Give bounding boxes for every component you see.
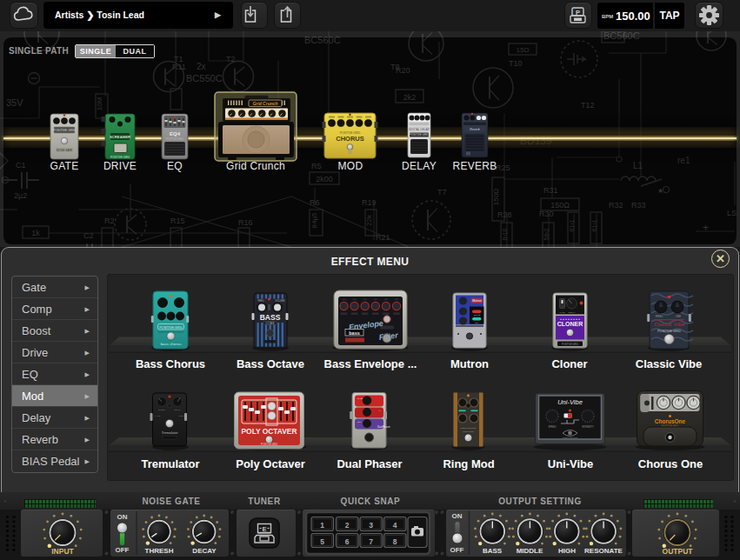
svg-text:R15: R15	[170, 217, 185, 225]
svg-text:△△: △△	[353, 298, 357, 301]
svg-text:SOFT: SOFT	[179, 415, 185, 417]
svg-text:58³2: 58³2	[543, 228, 550, 240]
svg-text:2x: 2x	[197, 62, 206, 71]
svg-text:+: +	[703, 222, 709, 234]
svg-text:SPEED: SPEED	[656, 315, 663, 318]
svg-text:E: E	[262, 525, 266, 533]
svg-text:6³10: 6³10	[502, 228, 508, 240]
svg-text:DEPTH: DEPTH	[568, 311, 575, 314]
svg-text:35V: 35V	[6, 97, 23, 108]
svg-text:POSITIVE GRID: POSITIVE GRID	[110, 156, 130, 159]
svg-text:RATE: RATE	[559, 311, 565, 314]
svg-text:61³1: 61³1	[569, 219, 575, 231]
svg-text:1k: 1k	[31, 229, 40, 237]
svg-text:△△: △△	[363, 298, 367, 301]
svg-text:CLONER: CLONER	[557, 321, 583, 327]
svg-text:Reverb: Reverb	[470, 128, 480, 131]
svg-text:POSITIVE GRID: POSITIVE GRID	[166, 137, 184, 141]
svg-text:1: 1	[320, 521, 324, 530]
svg-text:FREQ: FREQ	[257, 299, 263, 303]
svg-text:POSITIVE GRID: POSITIVE GRID	[53, 129, 76, 132]
svg-text:R30: R30	[539, 210, 554, 218]
svg-text:8: 8	[393, 537, 397, 546]
svg-text:R19: R19	[362, 198, 377, 207]
svg-text:2µ2: 2µ2	[14, 191, 27, 200]
svg-text:150Ω: 150Ω	[492, 189, 500, 205]
svg-text:RING MOD: RING MOD	[463, 430, 473, 433]
svg-text:R21: R21	[376, 233, 390, 242]
svg-text:2: 2	[345, 521, 350, 530]
svg-text:15Ω: 15Ω	[517, 46, 530, 54]
svg-text:DRIVE: DRIVE	[474, 314, 481, 317]
svg-text:R28: R28	[497, 210, 512, 219]
svg-text:bass chorus: bass chorus	[161, 342, 182, 346]
svg-text:POSITIVE GRID: POSITIVE GRID	[563, 437, 578, 439]
svg-text:7: 7	[369, 537, 373, 546]
svg-text:DualPhaser: DualPhaser	[377, 425, 391, 429]
svg-text:T7: T7	[437, 188, 447, 197]
svg-text:POSITIVE GRID: POSITIVE GRID	[562, 343, 578, 346]
svg-text:84µ5: 84µ5	[310, 212, 318, 229]
svg-text:POLY OCTAVER: POLY OCTAVER	[242, 427, 297, 436]
svg-text:POSITIVE GRID: POSITIVE GRID	[261, 443, 277, 446]
svg-text:VOLUME: VOLUME	[276, 299, 285, 303]
svg-text:R2: R2	[104, 217, 115, 225]
svg-text:NOISE GATE: NOISE GATE	[57, 149, 72, 152]
svg-text:SPEED: SPEED	[158, 409, 165, 411]
svg-text:R32: R32	[609, 201, 623, 210]
svg-text:Mutron: Mutron	[472, 299, 482, 303]
svg-text:POSITIVE GRID: POSITIVE GRID	[657, 330, 681, 333]
svg-text:▲▲▲▲▲▲▲▲: ▲▲▲▲▲▲▲▲	[560, 317, 581, 321]
svg-text:Tremulator: Tremulator	[161, 430, 178, 435]
svg-text:R31: R31	[543, 186, 558, 195]
svg-text:Uni-Vibe: Uni-Vibe	[557, 398, 583, 406]
svg-text:RATE: RATE	[357, 397, 363, 400]
svg-text:DIGITAL DELAY: DIGITAL DELAY	[409, 128, 430, 131]
svg-text:CHORUS: CHORUS	[336, 135, 364, 143]
svg-text:C2: C2	[83, 231, 94, 240]
svg-text:HARD: HARD	[155, 415, 161, 417]
svg-text:Grid Crunch: Grid Crunch	[252, 101, 277, 106]
svg-text:3: 3	[369, 521, 373, 530]
svg-text:R11: R11	[172, 63, 186, 71]
svg-text:R33: R33	[631, 201, 646, 210]
svg-text:R20: R20	[396, 66, 410, 75]
svg-text:VIBE: VIBE	[676, 315, 681, 318]
svg-text:△△: △△	[395, 298, 398, 301]
svg-text:4: 4	[393, 521, 397, 530]
svg-text:POSITIVE GRID: POSITIVE GRID	[159, 326, 183, 330]
svg-text:INTENSITY: INTENSITY	[582, 425, 594, 429]
svg-text:bass: bass	[349, 330, 360, 336]
svg-text:150Ω: 150Ω	[550, 201, 570, 210]
svg-text:POSITIVE GRID: POSITIVE GRID	[410, 133, 430, 137]
svg-text:△△: △△	[343, 298, 346, 301]
svg-text:61³1: 61³1	[591, 219, 597, 231]
svg-text:LS: LS	[727, 209, 737, 217]
svg-text:T2: T2	[226, 55, 236, 63]
svg-text:22k: 22k	[365, 214, 373, 226]
svg-text:5: 5	[320, 537, 324, 546]
svg-text:△△: △△	[384, 298, 388, 301]
svg-text:MIX: MIX	[475, 322, 479, 324]
svg-text:SPEED: SPEED	[549, 425, 557, 429]
svg-text:MIX: MIX	[357, 421, 362, 423]
svg-text:P: P	[576, 9, 580, 17]
svg-text:2k00: 2k00	[316, 175, 333, 183]
svg-text:Classic Vibe: Classic Vibe	[654, 322, 685, 327]
svg-text:SCREAMER: SCREAMER	[110, 135, 130, 139]
svg-text:DEPTH: DEPTH	[174, 409, 181, 411]
svg-text:2k2: 2k2	[403, 93, 417, 102]
svg-text:OCTAVE: OCTAVE	[265, 322, 275, 325]
svg-text:★: ★	[657, 187, 663, 195]
svg-text:ChorusOne: ChorusOne	[655, 418, 686, 424]
svg-text:△△: △△	[374, 298, 377, 301]
svg-text:T10: T10	[509, 59, 523, 68]
svg-text:EQ4: EQ4	[170, 131, 181, 137]
svg-text:BASS: BASS	[260, 313, 281, 322]
svg-text:R16: R16	[238, 218, 253, 227]
svg-text:BC550C: BC550C	[186, 73, 223, 83]
svg-text:R6: R6	[310, 198, 320, 207]
svg-text:6: 6	[345, 537, 350, 546]
